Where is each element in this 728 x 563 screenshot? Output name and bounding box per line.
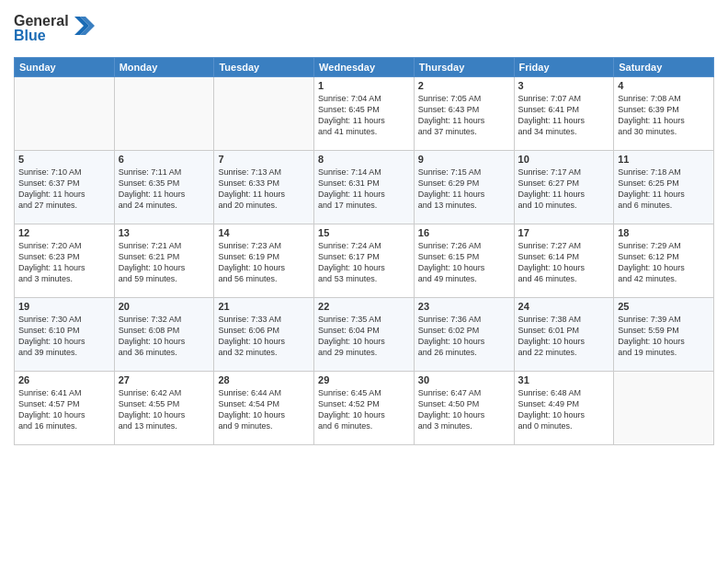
day-info: Sunrise: 6:41 AM Sunset: 4:57 PM Dayligh… <box>18 387 110 432</box>
calendar-cell: 17Sunrise: 7:27 AM Sunset: 6:14 PM Dayli… <box>514 224 614 298</box>
calendar-cell: 12Sunrise: 7:20 AM Sunset: 6:23 PM Dayli… <box>15 224 115 298</box>
calendar-cell: 30Sunrise: 6:47 AM Sunset: 4:50 PM Dayli… <box>414 372 514 445</box>
day-info: Sunrise: 7:26 AM Sunset: 6:15 PM Dayligh… <box>418 240 510 285</box>
calendar-cell: 3Sunrise: 7:07 AM Sunset: 6:41 PM Daylig… <box>514 77 614 151</box>
calendar-week-row: 19Sunrise: 7:30 AM Sunset: 6:10 PM Dayli… <box>15 298 714 372</box>
weekday-header: Friday <box>514 58 614 77</box>
calendar-cell: 24Sunrise: 7:38 AM Sunset: 6:01 PM Dayli… <box>514 298 614 372</box>
calendar-cell: 2Sunrise: 7:05 AM Sunset: 6:43 PM Daylig… <box>414 77 514 151</box>
calendar-cell: 25Sunrise: 7:39 AM Sunset: 5:59 PM Dayli… <box>614 298 714 372</box>
calendar-cell: 28Sunrise: 6:44 AM Sunset: 4:54 PM Dayli… <box>214 372 314 445</box>
day-info: Sunrise: 7:29 AM Sunset: 6:12 PM Dayligh… <box>618 240 710 285</box>
day-number: 19 <box>18 301 110 312</box>
day-info: Sunrise: 7:38 AM Sunset: 6:01 PM Dayligh… <box>518 314 610 359</box>
calendar-cell: 14Sunrise: 7:23 AM Sunset: 6:19 PM Dayli… <box>214 224 314 298</box>
day-number: 16 <box>418 227 510 238</box>
svg-text:Blue: Blue <box>14 28 46 43</box>
day-number: 30 <box>418 374 510 385</box>
calendar-cell: 18Sunrise: 7:29 AM Sunset: 6:12 PM Dayli… <box>614 224 714 298</box>
day-number: 4 <box>618 80 710 91</box>
day-number: 28 <box>218 374 310 385</box>
day-info: Sunrise: 7:11 AM Sunset: 6:35 PM Dayligh… <box>119 167 210 212</box>
calendar-week-row: 26Sunrise: 6:41 AM Sunset: 4:57 PM Dayli… <box>15 372 714 445</box>
calendar-cell <box>614 372 714 445</box>
day-number: 11 <box>618 154 710 165</box>
day-info: Sunrise: 7:04 AM Sunset: 6:45 PM Dayligh… <box>318 93 410 138</box>
calendar-cell: 13Sunrise: 7:21 AM Sunset: 6:21 PM Dayli… <box>114 224 214 298</box>
day-number: 29 <box>318 374 410 385</box>
calendar-cell: 5Sunrise: 7:10 AM Sunset: 6:37 PM Daylig… <box>15 151 115 224</box>
day-info: Sunrise: 6:48 AM Sunset: 4:49 PM Dayligh… <box>518 387 610 432</box>
calendar-cell: 26Sunrise: 6:41 AM Sunset: 4:57 PM Dayli… <box>15 372 115 445</box>
weekday-header: Sunday <box>15 58 115 77</box>
logo-svg: General Blue <box>14 9 97 46</box>
day-number: 13 <box>119 227 210 238</box>
day-number: 5 <box>18 154 110 165</box>
weekday-header: Thursday <box>414 58 514 77</box>
calendar-cell <box>15 77 115 151</box>
calendar-cell: 9Sunrise: 7:15 AM Sunset: 6:29 PM Daylig… <box>414 151 514 224</box>
day-number: 3 <box>518 80 610 91</box>
calendar-week-row: 5Sunrise: 7:10 AM Sunset: 6:37 PM Daylig… <box>15 151 714 224</box>
day-info: Sunrise: 6:45 AM Sunset: 4:52 PM Dayligh… <box>318 387 410 432</box>
day-number: 8 <box>318 154 410 165</box>
day-info: Sunrise: 7:10 AM Sunset: 6:37 PM Dayligh… <box>18 167 110 212</box>
calendar-table: SundayMondayTuesdayWednesdayThursdayFrid… <box>14 57 714 445</box>
calendar-cell: 29Sunrise: 6:45 AM Sunset: 4:52 PM Dayli… <box>314 372 415 445</box>
day-number: 15 <box>318 227 410 238</box>
calendar-cell: 15Sunrise: 7:24 AM Sunset: 6:17 PM Dayli… <box>314 224 415 298</box>
calendar-cell: 7Sunrise: 7:13 AM Sunset: 6:33 PM Daylig… <box>214 151 314 224</box>
day-number: 2 <box>418 80 510 91</box>
day-info: Sunrise: 6:42 AM Sunset: 4:55 PM Dayligh… <box>119 387 210 432</box>
day-info: Sunrise: 7:13 AM Sunset: 6:33 PM Dayligh… <box>218 167 310 212</box>
day-info: Sunrise: 7:33 AM Sunset: 6:06 PM Dayligh… <box>218 314 310 359</box>
calendar-cell: 19Sunrise: 7:30 AM Sunset: 6:10 PM Dayli… <box>15 298 115 372</box>
calendar-cell: 23Sunrise: 7:36 AM Sunset: 6:02 PM Dayli… <box>414 298 514 372</box>
svg-text:General: General <box>14 13 69 29</box>
day-number: 21 <box>218 301 310 312</box>
day-number: 25 <box>618 301 710 312</box>
day-info: Sunrise: 7:18 AM Sunset: 6:25 PM Dayligh… <box>618 167 710 212</box>
day-number: 14 <box>218 227 310 238</box>
weekday-header: Wednesday <box>314 58 415 77</box>
calendar-cell: 21Sunrise: 7:33 AM Sunset: 6:06 PM Dayli… <box>214 298 314 372</box>
calendar-week-row: 1Sunrise: 7:04 AM Sunset: 6:45 PM Daylig… <box>15 77 714 151</box>
day-number: 7 <box>218 154 310 165</box>
day-info: Sunrise: 7:39 AM Sunset: 5:59 PM Dayligh… <box>618 314 710 359</box>
weekday-header: Tuesday <box>214 58 314 77</box>
calendar-cell: 11Sunrise: 7:18 AM Sunset: 6:25 PM Dayli… <box>614 151 714 224</box>
day-number: 17 <box>518 227 610 238</box>
calendar-cell: 22Sunrise: 7:35 AM Sunset: 6:04 PM Dayli… <box>314 298 415 372</box>
day-number: 27 <box>119 374 210 385</box>
calendar-cell: 8Sunrise: 7:14 AM Sunset: 6:31 PM Daylig… <box>314 151 415 224</box>
day-info: Sunrise: 7:23 AM Sunset: 6:19 PM Dayligh… <box>218 240 310 285</box>
calendar-cell: 4Sunrise: 7:08 AM Sunset: 6:39 PM Daylig… <box>614 77 714 151</box>
day-number: 10 <box>518 154 610 165</box>
day-info: Sunrise: 7:36 AM Sunset: 6:02 PM Dayligh… <box>418 314 510 359</box>
calendar-cell <box>214 77 314 151</box>
calendar-cell: 31Sunrise: 6:48 AM Sunset: 4:49 PM Dayli… <box>514 372 614 445</box>
calendar-cell: 10Sunrise: 7:17 AM Sunset: 6:27 PM Dayli… <box>514 151 614 224</box>
calendar-cell: 1Sunrise: 7:04 AM Sunset: 6:45 PM Daylig… <box>314 77 415 151</box>
day-info: Sunrise: 7:15 AM Sunset: 6:29 PM Dayligh… <box>418 167 510 212</box>
weekday-header: Saturday <box>614 58 714 77</box>
day-info: Sunrise: 7:17 AM Sunset: 6:27 PM Dayligh… <box>518 167 610 212</box>
day-number: 6 <box>119 154 210 165</box>
weekday-row: SundayMondayTuesdayWednesdayThursdayFrid… <box>15 58 714 77</box>
day-info: Sunrise: 7:20 AM Sunset: 6:23 PM Dayligh… <box>18 240 110 285</box>
day-info: Sunrise: 7:14 AM Sunset: 6:31 PM Dayligh… <box>318 167 410 212</box>
day-number: 9 <box>418 154 510 165</box>
day-number: 24 <box>518 301 610 312</box>
day-info: Sunrise: 7:24 AM Sunset: 6:17 PM Dayligh… <box>318 240 410 285</box>
calendar-body: 1Sunrise: 7:04 AM Sunset: 6:45 PM Daylig… <box>15 77 714 445</box>
day-info: Sunrise: 7:05 AM Sunset: 6:43 PM Dayligh… <box>418 93 510 138</box>
day-number: 20 <box>119 301 210 312</box>
day-info: Sunrise: 7:32 AM Sunset: 6:08 PM Dayligh… <box>119 314 210 359</box>
day-number: 23 <box>418 301 510 312</box>
day-info: Sunrise: 6:47 AM Sunset: 4:50 PM Dayligh… <box>418 387 510 432</box>
day-number: 12 <box>18 227 110 238</box>
logo: General Blue <box>14 9 97 50</box>
calendar-header: SundayMondayTuesdayWednesdayThursdayFrid… <box>15 58 714 77</box>
calendar-cell: 6Sunrise: 7:11 AM Sunset: 6:35 PM Daylig… <box>114 151 214 224</box>
calendar-cell: 20Sunrise: 7:32 AM Sunset: 6:08 PM Dayli… <box>114 298 214 372</box>
